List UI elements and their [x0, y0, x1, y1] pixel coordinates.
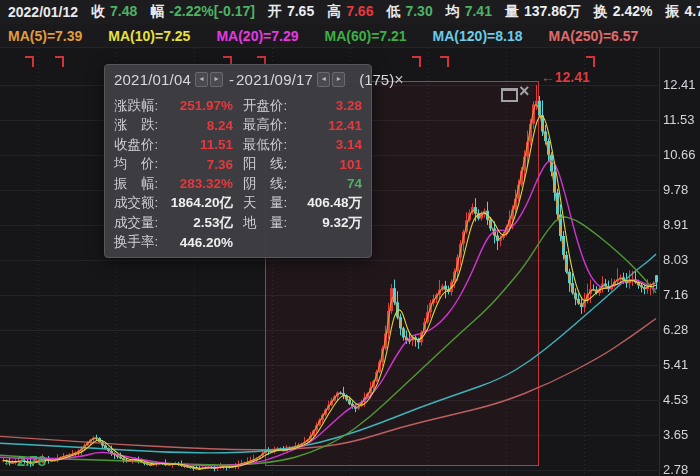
range-end-arrows: ◂ ▸: [317, 72, 345, 87]
range-separator: -: [229, 71, 234, 88]
range-day-count: (175): [359, 71, 394, 88]
quote-field: 幅-2.22%[-0.17]: [150, 3, 255, 21]
range-start-next-button[interactable]: ▸: [210, 72, 223, 87]
stat-row: 换手率:446.20%: [114, 233, 233, 253]
ma-bar: MA(5)=7.39MA(10)=7.25MA(20)=7.29MA(60)=7…: [0, 24, 700, 48]
ma-legend-item: MA(20)=7.29: [216, 28, 298, 44]
quote-field: 均7.41: [446, 3, 492, 21]
stat-row: 最低价:3.14: [243, 135, 362, 155]
range-stats-popup-header: 2021/01/04 ◂ ▸ - 2021/09/17 ◂ ▸ (175) ×: [105, 65, 371, 94]
stat-row: 天 量:406.48万: [243, 194, 362, 214]
quote-field: 换2.42%: [594, 3, 653, 21]
range-stats-popup: 2021/01/04 ◂ ▸ - 2021/09/17 ◂ ▸ (175) × …: [104, 64, 372, 258]
stat-row: 阳 线:101: [243, 155, 362, 175]
stat-row: 收盘价:11.51: [114, 135, 233, 155]
ma-legend-item: MA(5)=7.39: [8, 28, 82, 44]
ma-legend-item: MA(10)=7.25: [108, 28, 190, 44]
ma-legend-item: MA(60)=7.21: [325, 28, 407, 44]
stat-row: 涨跌幅:251.97%: [114, 96, 233, 116]
ma-legend-item: MA(250)=6.57: [548, 28, 638, 44]
stat-row: 成交量:2.53亿: [114, 213, 233, 233]
range-end-prev-button[interactable]: ◂: [317, 72, 330, 87]
stat-row: 开盘价:3.28: [243, 96, 362, 116]
range-start-arrows: ◂ ▸: [195, 72, 223, 87]
quote-field: 开7.65: [268, 3, 314, 21]
stat-row: 均 价:7.36: [114, 155, 233, 175]
low-price-annotation: ←2.78: [2, 452, 46, 469]
range-stats-body: 涨跌幅:251.97%涨 跌:8.24收盘价:11.51均 价:7.36振 幅:…: [105, 94, 371, 252]
quote-field: 收7.48: [91, 3, 137, 21]
high-price-annotation: ←12.41: [541, 69, 590, 85]
stat-row: 阴 线:74: [243, 174, 362, 194]
range-start-prev-button[interactable]: ◂: [195, 72, 208, 87]
quote-bar: 2022/01/12 收7.48幅-2.22%[-0.17]开7.65高7.66…: [0, 0, 700, 24]
quote-field: 量137.86万: [505, 3, 581, 21]
quote-field: 振4.71%: [665, 3, 700, 21]
popup-left-column: 涨跌幅:251.97%涨 跌:8.24收盘价:11.51均 价:7.36振 幅:…: [114, 96, 233, 252]
popup-right-column: 开盘价:3.28最高价:12.41最低价:3.14阳 线:101阴 线:74天 …: [243, 96, 362, 252]
range-end-next-button[interactable]: ▸: [332, 72, 345, 87]
popup-close-icon[interactable]: ×: [394, 71, 403, 89]
selection-close-icon[interactable]: ×: [519, 82, 530, 100]
stat-row: 最高价:12.41: [243, 116, 362, 136]
header-fields: 收7.48幅-2.22%[-0.17]开7.65高7.66低7.30均7.41量…: [91, 3, 700, 21]
quote-date: 2022/01/12: [8, 4, 78, 20]
stat-row: 振 幅:283.32%: [114, 174, 233, 194]
stat-row: 成交额:1864.20亿: [114, 194, 233, 214]
selection-restore-icon[interactable]: [501, 88, 518, 102]
ma-legend-item: MA(120)=8.18: [433, 28, 523, 44]
quote-field: 高7.66: [327, 3, 373, 21]
quote-field: 低7.30: [386, 3, 432, 21]
stat-row: 涨 跌:8.24: [114, 116, 233, 136]
stat-row: 地 量:9.32万: [243, 213, 362, 233]
range-start-date: 2021/01/04: [114, 71, 191, 88]
range-end-date: 2021/09/17: [236, 71, 313, 88]
